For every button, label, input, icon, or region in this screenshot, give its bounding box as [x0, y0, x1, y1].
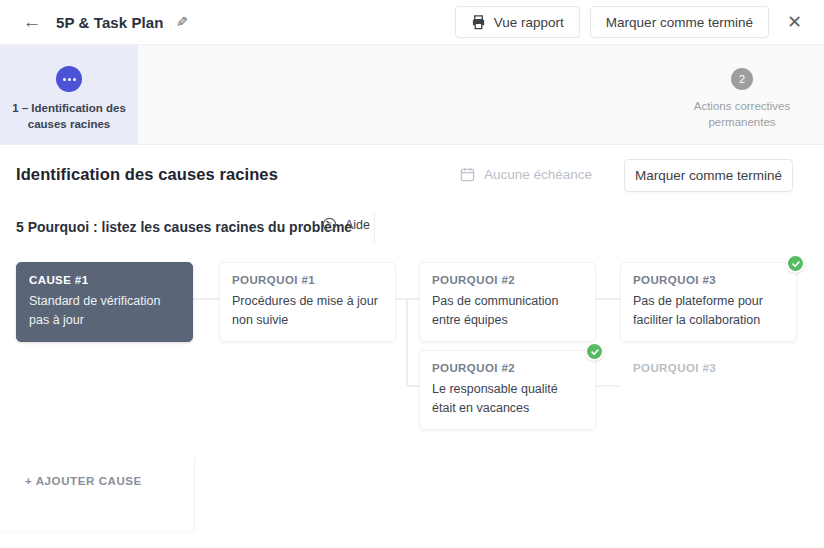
- connector-line: [596, 298, 620, 300]
- why-card-2[interactable]: POURQUOI #2 Pas de communication entre é…: [419, 262, 596, 342]
- card-text: Standard de vérification pas à jour: [29, 292, 180, 330]
- due-date-label: Aucune échéance: [484, 167, 592, 182]
- step-2-label: Actions correctives permanentes: [682, 99, 802, 130]
- help-button[interactable]: ? Aide: [322, 217, 370, 232]
- report-view-label: Vue rapport: [494, 15, 564, 30]
- mark-complete-section-label: Marquer comme terminé: [635, 168, 782, 183]
- help-label: Aide: [345, 218, 370, 232]
- section-title: Identification des causes racines: [16, 165, 278, 184]
- card-label: POURQUOI #2: [432, 362, 583, 374]
- why-card-1[interactable]: POURQUOI #1 Procédures de mise à jour no…: [219, 262, 396, 342]
- card-label: POURQUOI #3: [633, 362, 784, 374]
- step-2-number-badge: 2: [731, 68, 753, 90]
- step-1-in-progress-icon: [56, 66, 82, 92]
- card-label: POURQUOI #2: [432, 274, 583, 286]
- why-card-3[interactable]: POURQUOI #3 Pas de plateforme pour facil…: [620, 262, 797, 342]
- edit-title-icon[interactable]: ✎: [176, 14, 188, 30]
- check-icon: [786, 254, 805, 273]
- card-label: POURQUOI #3: [633, 274, 784, 286]
- mark-complete-section-button[interactable]: Marquer comme terminé: [624, 159, 793, 192]
- connector-line: [596, 385, 620, 387]
- header: ← 5P & Task Plan ✎ Vue rapport Marquer c…: [0, 0, 824, 44]
- cause-card-1[interactable]: CAUSE #1 Standard de vérification pas à …: [16, 262, 193, 342]
- step-nav: 1 – Identification des causes racines 2 …: [0, 44, 824, 145]
- back-button[interactable]: ←: [20, 10, 44, 34]
- calendar-icon: [460, 167, 475, 182]
- why-card-2b[interactable]: POURQUOI #2 Le responsable qualité était…: [419, 350, 596, 430]
- printer-icon: [471, 15, 486, 30]
- connector-line: [406, 385, 419, 387]
- page-title: 5P & Task Plan: [56, 14, 164, 31]
- connector-line: [193, 298, 219, 300]
- card-label: POURQUOI #1: [232, 274, 383, 286]
- card-text: Pas de plateforme pour faciliter la coll…: [633, 292, 784, 330]
- divider: [374, 212, 375, 244]
- card-text: Le responsable qualité était en vacances: [432, 380, 583, 418]
- check-icon: [585, 342, 604, 361]
- subtitle-row: 5 Pourquoi : listez les causes racines d…: [0, 212, 824, 246]
- connector-line: [406, 298, 419, 300]
- step-1-label: 1 – Identification des causes racines: [9, 101, 129, 132]
- why-card-3b-placeholder[interactable]: POURQUOI #3: [620, 350, 797, 421]
- mark-complete-header-label: Marquer comme terminé: [606, 15, 753, 30]
- five-whys-app: ← 5P & Task Plan ✎ Vue rapport Marquer c…: [0, 0, 824, 548]
- svg-text:?: ?: [327, 220, 332, 229]
- close-icon[interactable]: ✕: [785, 11, 804, 33]
- step-tab-2-actions-correctives[interactable]: 2 Actions correctives permanentes: [660, 45, 824, 144]
- five-whys-subtitle: 5 Pourquoi : listez les causes racines d…: [16, 219, 352, 235]
- card-text: Procédures de mise à jour non suivie: [232, 292, 383, 330]
- due-date-control[interactable]: Aucune échéance: [460, 167, 592, 182]
- card-label: CAUSE #1: [29, 274, 180, 286]
- help-icon: ?: [322, 217, 337, 232]
- card-text: Pas de communication entre équipes: [432, 292, 583, 330]
- mark-complete-header-button[interactable]: Marquer comme terminé: [590, 6, 769, 38]
- report-view-button[interactable]: Vue rapport: [455, 6, 580, 38]
- add-cause-button[interactable]: + AJOUTER CAUSE: [25, 470, 142, 492]
- section-header: Identification des causes racines Aucune…: [0, 146, 824, 202]
- connector-line: [396, 298, 407, 300]
- step-tab-1-identification[interactable]: 1 – Identification des causes racines: [0, 45, 138, 144]
- connector-line: [406, 298, 408, 387]
